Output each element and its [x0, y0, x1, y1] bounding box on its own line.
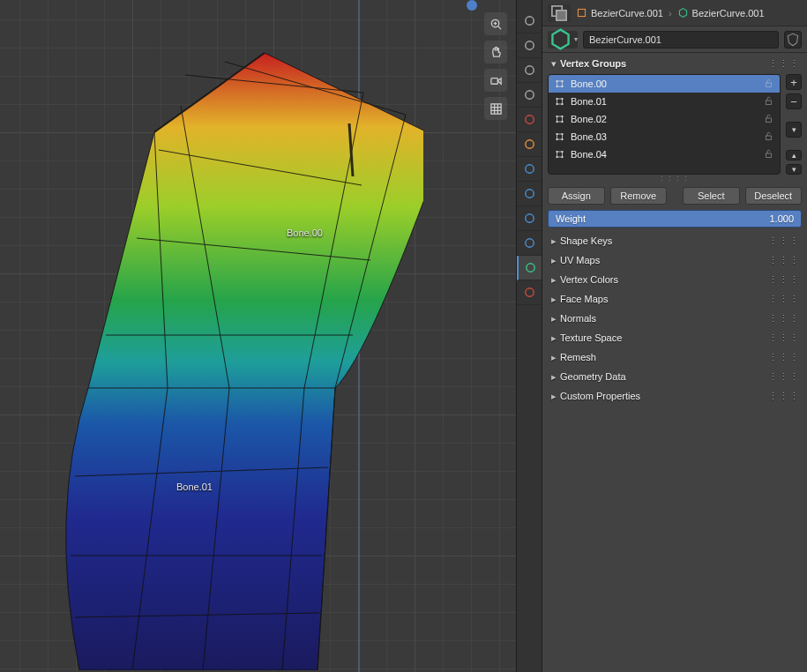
vertex-group-item[interactable]: Bone.03: [549, 128, 780, 146]
section-vertex-groups[interactable]: ▾ Vertex Groups ⋮⋮⋮: [548, 53, 802, 74]
breadcrumb-object[interactable]: BezierCurve.001: [576, 7, 663, 19]
move-up-icon[interactable]: ▴: [786, 150, 802, 161]
fake-user-icon[interactable]: [784, 31, 802, 49]
panel-menu-icon[interactable]: ⋮⋮⋮: [768, 255, 802, 266]
world-tab[interactable]: [517, 108, 542, 132]
lock-icon[interactable]: [763, 148, 774, 161]
svg-rect-30: [766, 83, 772, 87]
list-resize-handle[interactable]: : : : :: [548, 175, 802, 182]
svg-point-12: [525, 66, 533, 74]
vertex-group-item[interactable]: Bone.00: [549, 75, 780, 93]
weight-slider[interactable]: Weight 1.000: [548, 210, 802, 228]
section-face-maps[interactable]: ▸ Face Maps ⋮⋮⋮: [548, 289, 802, 309]
pan-icon[interactable]: [484, 41, 507, 63]
svg-rect-36: [766, 101, 772, 105]
properties-panel: BezierCurve.001 › BezierCurve.001 ▾ Bezi…: [542, 0, 807, 672]
panel-menu-icon[interactable]: ⋮⋮⋮: [768, 391, 802, 402]
svg-point-16: [525, 165, 533, 173]
svg-point-10: [525, 17, 533, 25]
triangle-right-icon: ▸: [548, 313, 560, 325]
viewport-grid: [0, 0, 516, 672]
vertex-group-name: Bone.00: [571, 78, 758, 89]
svg-rect-23: [557, 10, 566, 19]
panel-menu-icon[interactable]: ⋮⋮⋮: [768, 313, 802, 325]
scene-tab[interactable]: [517, 83, 542, 108]
particle-tab[interactable]: [517, 182, 542, 206]
section-shape-keys[interactable]: ▸ Shape Keys ⋮⋮⋮: [548, 231, 802, 250]
triangle-right-icon: ▸: [548, 391, 560, 402]
select-button[interactable]: Select: [683, 187, 740, 205]
section-normals[interactable]: ▸ Normals ⋮⋮⋮: [548, 309, 802, 328]
material-tab[interactable]: [517, 280, 542, 305]
move-down-icon[interactable]: ▾: [786, 164, 802, 175]
section-vertex-groups-label: Vertex Groups: [560, 58, 626, 69]
panel-menu-icon[interactable]: ⋮⋮⋮: [768, 274, 802, 286]
section-custom-properties[interactable]: ▸ Custom Properties ⋮⋮⋮: [548, 386, 802, 406]
lock-icon[interactable]: [763, 78, 774, 90]
camera-icon[interactable]: [484, 69, 507, 92]
physics-tab[interactable]: [517, 206, 542, 231]
objectdata-tab[interactable]: [517, 256, 542, 280]
vertex-group-icon: [554, 131, 565, 142]
modifier-tab[interactable]: [517, 157, 542, 182]
panel-menu-icon[interactable]: ⋮⋮⋮: [768, 332, 802, 344]
object-tab[interactable]: [517, 132, 542, 157]
data-name-row: ▾ BezierCurve.001: [542, 26, 807, 53]
zoom-icon[interactable]: [484, 12, 507, 35]
triangle-right-icon: ▸: [548, 352, 560, 363]
render-tab[interactable]: [517, 9, 542, 34]
vertex-group-list[interactable]: Bone.00 Bone.01 Bone.02 Bone.03: [548, 74, 781, 175]
grid-icon[interactable]: [484, 97, 507, 120]
lock-icon[interactable]: [763, 131, 774, 143]
z-axis: [358, 0, 360, 672]
assign-button[interactable]: Assign: [548, 187, 605, 205]
breadcrumb-data[interactable]: BezierCurve.001: [677, 7, 765, 19]
remove-button[interactable]: Remove: [610, 187, 668, 205]
object-name-field[interactable]: BezierCurve.001: [583, 31, 779, 49]
object-name-value: BezierCurve.001: [589, 34, 661, 45]
section-label: Vertex Colors: [560, 274, 618, 285]
vertex-group-item[interactable]: Bone.04: [549, 146, 780, 163]
section-label: Custom Properties: [560, 391, 640, 401]
section-label: Texture Space: [560, 332, 622, 343]
viewlayer-tab[interactable]: [517, 58, 542, 83]
section-geometry-data[interactable]: ▸ Geometry Data ⋮⋮⋮: [548, 367, 802, 386]
triangle-right-icon: ▸: [548, 274, 560, 286]
section-remesh[interactable]: ▸ Remesh ⋮⋮⋮: [548, 347, 802, 367]
panel-menu-icon[interactable]: ⋮⋮⋮: [768, 352, 802, 363]
panel-menu-icon[interactable]: ⋮⋮⋮: [768, 58, 802, 70]
section-uv-maps[interactable]: ▸ UV Maps ⋮⋮⋮: [548, 250, 802, 270]
svg-rect-54: [766, 153, 772, 158]
datablock-dropdown[interactable]: ▾: [548, 31, 578, 49]
svg-rect-35: [557, 99, 563, 104]
pin-dropdown-icon[interactable]: [548, 4, 571, 22]
vertex-group-item[interactable]: Bone.01: [549, 93, 780, 110]
triangle-right-icon: ▸: [548, 255, 560, 266]
svg-line-1: [497, 26, 500, 28]
bone-label-0: Bone.00: [287, 228, 323, 238]
viewport[interactable]: Bone.00 Bone.01: [0, 0, 516, 672]
weight-label: Weight: [556, 213, 586, 224]
remove-vertex-group-button[interactable]: −: [786, 93, 802, 109]
section-texture-space[interactable]: ▸ Texture Space ⋮⋮⋮: [548, 328, 802, 347]
svg-point-15: [525, 140, 533, 148]
deselect-button[interactable]: Deselect: [745, 187, 803, 205]
add-vertex-group-button[interactable]: +: [786, 74, 802, 90]
lock-icon[interactable]: [763, 113, 774, 125]
vertex-group-item[interactable]: Bone.02: [549, 110, 780, 128]
bone-label-1: Bone.01: [176, 482, 213, 492]
breadcrumb-data-label: BezierCurve.001: [692, 8, 765, 19]
cursor-handle[interactable]: [467, 0, 477, 11]
svg-rect-24: [578, 9, 585, 16]
panel-menu-icon[interactable]: ⋮⋮⋮: [768, 235, 802, 247]
svg-point-11: [525, 41, 533, 49]
lock-icon[interactable]: [763, 95, 774, 108]
weight-value: 1.000: [769, 213, 794, 224]
output-tab[interactable]: [517, 34, 542, 58]
svg-rect-4: [490, 78, 497, 84]
section-vertex-colors[interactable]: ▸ Vertex Colors ⋮⋮⋮: [548, 270, 802, 289]
panel-menu-icon[interactable]: ⋮⋮⋮: [768, 294, 802, 305]
constraint-tab[interactable]: [517, 231, 542, 256]
vertex-group-menu-icon[interactable]: ▾: [786, 122, 802, 138]
panel-menu-icon[interactable]: ⋮⋮⋮: [768, 371, 802, 383]
